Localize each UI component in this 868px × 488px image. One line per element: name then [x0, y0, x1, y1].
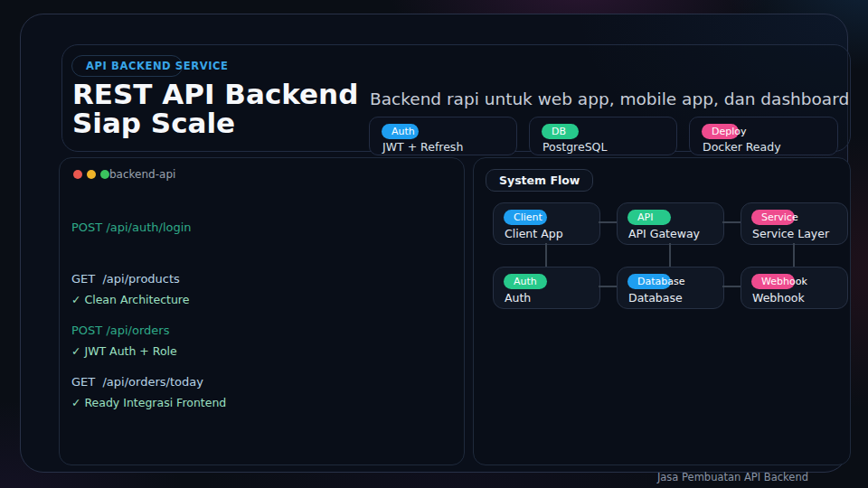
checklist-item: ✓ Ready Integrasi Frontend [71, 394, 226, 411]
window-minimize-dot-icon [87, 170, 96, 179]
feature-card-auth: Auth JWT + Refresh [369, 117, 517, 155]
window-close-dot-icon [73, 170, 82, 179]
flow-node-webhook: Webhook Webhook [741, 267, 848, 309]
service-badge: API BACKEND SERVICE [71, 55, 183, 77]
api-tag-pill: API [627, 210, 671, 225]
checklist-item: ✓ JWT Auth + Role [71, 343, 226, 360]
flow-node-label: Service Layer [752, 227, 829, 240]
page-subtitle: Backend rapi untuk web app, mobile app, … [370, 89, 849, 108]
feature-card-label: JWT + Refresh [382, 140, 463, 154]
flow-node-client: Client Client App [493, 202, 600, 245]
auth-tag-pill: Auth [504, 274, 547, 289]
flow-node-label: Webhook [752, 291, 805, 305]
main-card: API BACKEND SERVICE REST API Backend Sia… [20, 14, 848, 473]
flow-node-auth: Auth Auth [493, 267, 600, 309]
page-title: REST API Backend Siap Scale [72, 80, 358, 137]
database-tag-pill: Database [627, 274, 671, 289]
flow-connector [599, 286, 617, 287]
db-tag-pill: DB [542, 124, 579, 139]
client-tag-pill: Client [504, 210, 547, 225]
feature-card-deploy: Deploy Docker Ready [689, 117, 838, 155]
terminal-title: backend-api [109, 168, 175, 181]
feature-card-db: DB PostgreSQL [529, 117, 677, 155]
page: API BACKEND SERVICE REST API Backend Sia… [0, 0, 868, 488]
system-flow-title: System Flow [486, 169, 593, 192]
flow-connector [722, 286, 741, 287]
page-title-line2: Siap Scale [72, 108, 358, 137]
flow-node-api-gateway: API API Gateway [617, 202, 724, 245]
auth-tag-pill: Auth [382, 124, 419, 139]
flow-connector [722, 221, 741, 223]
flow-connector [599, 221, 617, 223]
webhook-tag-pill: Webhook [751, 274, 795, 289]
flow-connector [669, 243, 671, 267]
window-maximize-dot-icon [100, 170, 109, 179]
terminal-window: backend-api POST /api/auth/login GET /ap… [59, 157, 465, 465]
endpoint-line: POST /api/auth/login [71, 219, 203, 236]
system-flow-panel: System Flow Client Client App API API Ga… [473, 157, 851, 465]
flow-connector [545, 243, 547, 267]
flow-node-label: Client App [505, 227, 563, 240]
flow-node-label: API Gateway [628, 227, 700, 240]
flow-node-database: Database Database [617, 267, 724, 309]
checklist-item: ✓ Clean Architecture [71, 291, 226, 308]
deploy-tag-pill: Deploy [702, 124, 739, 139]
feature-checklist: ✓ Clean Architecture ✓ JWT Auth + Role ✓… [71, 257, 226, 446]
page-title-line1: REST API Backend [72, 80, 358, 108]
service-tag-pill: Service [751, 210, 795, 225]
flow-node-label: Auth [505, 291, 531, 305]
flow-node-service: Service Service Layer [741, 202, 848, 245]
flow-node-label: Database [628, 291, 683, 305]
feature-card-label: PostgreSQL [542, 140, 607, 154]
flow-connector [793, 243, 795, 267]
footer-credit: Jasa Pembuatan API Backend [657, 471, 808, 483]
feature-card-label: Docker Ready [703, 140, 781, 154]
